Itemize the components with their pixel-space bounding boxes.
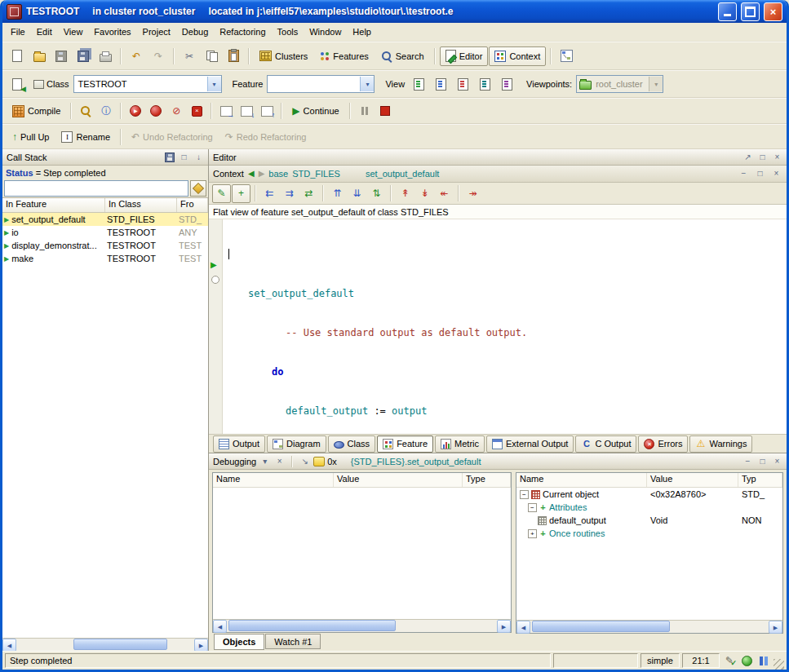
hex-format-icon[interactable]: [313, 457, 325, 466]
scroll-thumb[interactable]: [532, 621, 670, 632]
scroll-left-icon[interactable]: ◀: [2, 639, 16, 652]
tab-watch-1[interactable]: Watch #1: [265, 634, 321, 649]
clusters-button[interactable]: Clusters: [254, 46, 313, 66]
tree-row[interactable]: −+Attributes: [516, 501, 782, 514]
show-assignees-button[interactable]: ⇊: [348, 184, 366, 203]
column-name[interactable]: Name: [516, 473, 647, 487]
show-suppliers-button[interactable]: ↠: [463, 184, 482, 203]
context-button[interactable]: Context: [489, 46, 546, 66]
maximize-context-icon[interactable]: □: [754, 168, 766, 179]
tab-output[interactable]: Output: [213, 435, 265, 453]
class-combo-dropdown[interactable]: ▾: [207, 77, 221, 91]
call-stack-row[interactable]: ▶io TESTROOT ANY: [2, 226, 208, 239]
debugging-header[interactable]: Debugging ▾ × ↘ 0x {STD_FILES}.set_outpu…: [209, 453, 787, 470]
show-callers-button[interactable]: ⇇: [260, 184, 279, 203]
menu-refactoring[interactable]: Refactoring: [214, 24, 271, 39]
disable-breakpoints-button[interactable]: ⊘: [166, 102, 186, 120]
paste-button[interactable]: [223, 46, 244, 66]
new-file-button[interactable]: [7, 46, 28, 66]
menu-tools[interactable]: Tools: [272, 24, 304, 39]
undo-button[interactable]: ↶: [126, 46, 147, 66]
call-stack-row[interactable]: ▶set_output_default STD_FILES STD_: [2, 213, 208, 226]
tab-objects[interactable]: Objects: [214, 634, 264, 650]
step-into-button[interactable]: ↓: [237, 102, 256, 120]
maximize-editor-icon[interactable]: □: [756, 152, 769, 163]
column-value[interactable]: Value: [647, 473, 738, 487]
run-ignore-breakpoints-button[interactable]: [146, 102, 166, 120]
menu-help[interactable]: Help: [347, 24, 377, 39]
maximize-debug-icon[interactable]: □: [756, 456, 769, 467]
column-from[interactable]: Fro: [177, 198, 208, 212]
redo-button[interactable]: ↷: [148, 46, 169, 66]
contract-view-button[interactable]: [474, 74, 495, 94]
code-text[interactable]: set_output_default -- Use standard outpu…: [223, 219, 787, 434]
editable-state-button[interactable]: ✎✓: [722, 653, 737, 668]
show-callees-button[interactable]: ⇄: [299, 184, 318, 203]
menu-project[interactable]: Project: [137, 24, 176, 39]
cut-button[interactable]: ✂: [179, 46, 200, 66]
call-stack-hscrollbar[interactable]: ◀ ▶: [2, 638, 208, 651]
diagram-tool-button[interactable]: [556, 46, 577, 66]
save-all-button[interactable]: [73, 46, 94, 66]
open-class-button[interactable]: ◀: [7, 74, 28, 94]
column-in-class[interactable]: In Class: [105, 198, 177, 212]
debug-info-button[interactable]: ⓘ: [96, 102, 116, 120]
breadcrumb-class[interactable]: STD_FILES: [292, 169, 340, 179]
menu-favorites[interactable]: Favorites: [88, 24, 136, 39]
tab-metric[interactable]: Metric: [435, 435, 485, 453]
show-creators-button[interactable]: ⇈: [328, 184, 347, 203]
call-stack-row[interactable]: ▶make TESTROOT TEST: [2, 252, 208, 265]
resize-grip[interactable]: [773, 659, 784, 670]
objects-table-body[interactable]: [213, 488, 511, 619]
print-button[interactable]: [95, 46, 116, 66]
undock-editor-icon[interactable]: ↗: [742, 152, 754, 163]
step-out-button[interactable]: ↑: [257, 102, 277, 120]
dock-tool-icon[interactable]: ↓: [193, 152, 205, 163]
feature-combo-dropdown[interactable]: ▾: [360, 77, 374, 91]
remove-breakpoints-button[interactable]: ×: [187, 102, 206, 120]
viewpoints-combo[interactable]: root_cluster ▾: [576, 75, 663, 93]
tab-diagram[interactable]: Diagram: [267, 435, 326, 453]
tab-c-output[interactable]: CC Output: [575, 435, 636, 453]
edit-feature-button[interactable]: ✎: [212, 184, 231, 203]
maximize-button[interactable]: [741, 2, 760, 21]
tab-warnings[interactable]: ⚠Warnings: [689, 435, 752, 453]
show-effecters-button[interactable]: ⇅: [367, 184, 386, 203]
tab-feature[interactable]: Feature: [377, 435, 433, 453]
flat-view-button[interactable]: [452, 74, 473, 94]
step-over-button[interactable]: →: [216, 102, 236, 120]
filter-options-button[interactable]: [190, 180, 206, 197]
menu-view[interactable]: View: [58, 24, 89, 39]
pull-up-button[interactable]: ↑Pull Up: [7, 127, 55, 147]
tree-row[interactable]: default_output Void NON: [516, 514, 782, 527]
scroll-thumb[interactable]: [228, 620, 396, 631]
column-name[interactable]: Name: [213, 473, 334, 487]
scroll-left-icon[interactable]: ◀: [213, 620, 227, 633]
column-type[interactable]: Typ: [738, 473, 782, 487]
view-menu-icon[interactable]: ▾: [259, 456, 271, 467]
breakpoint-slot-icon[interactable]: [211, 276, 219, 284]
editor-header[interactable]: Editor ↗ □ ×: [209, 149, 787, 166]
rename-button[interactable]: IRename: [55, 127, 116, 147]
show-assigners-button[interactable]: ⇉: [280, 184, 299, 203]
editor-button[interactable]: Editor: [440, 46, 489, 66]
debugger-state-button[interactable]: [756, 653, 771, 668]
stop-button[interactable]: [375, 102, 395, 120]
menu-file[interactable]: File: [5, 24, 31, 39]
sync-context-icon[interactable]: ↘: [299, 456, 311, 467]
close-button[interactable]: ×: [764, 2, 782, 21]
tree-row[interactable]: −Current object <0x32A8760> STD_: [516, 488, 782, 501]
tab-class[interactable]: Class: [328, 435, 376, 453]
call-stack-header[interactable]: Call Stack □ ↓: [2, 149, 208, 166]
search-button[interactable]: Search: [375, 46, 430, 66]
scroll-thumb[interactable]: [73, 639, 167, 650]
compile-state-button[interactable]: [739, 653, 754, 668]
scroll-right-icon[interactable]: ▶: [769, 621, 782, 634]
call-stack-row[interactable]: ▶display_demonstrat... TESTROOT TEST: [2, 239, 208, 252]
close-view-icon[interactable]: ×: [273, 456, 286, 467]
viewpoints-combo-dropdown[interactable]: ▾: [649, 77, 663, 91]
scroll-right-icon[interactable]: ▶: [194, 639, 208, 652]
continue-button[interactable]: ▶Continue: [286, 101, 344, 121]
scroll-left-icon[interactable]: ◀: [516, 621, 530, 634]
scroll-right-icon[interactable]: ▶: [497, 620, 511, 633]
